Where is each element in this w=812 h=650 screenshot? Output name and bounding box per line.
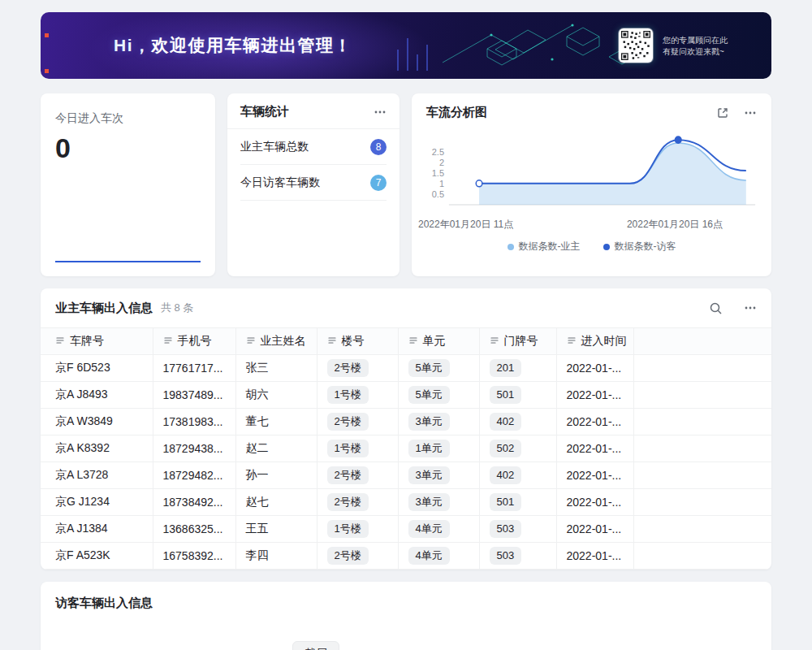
cell-phone: 17381983... bbox=[153, 409, 235, 436]
visitor-table-card: 访客车辆出入信息 截屏 bbox=[41, 582, 771, 650]
cell-phone: 13686325... bbox=[153, 516, 235, 543]
cell-name: 赵二 bbox=[235, 436, 317, 462]
table-row[interactable]: 京A W384917381983...董七2号楼3单元4022022-01-..… bbox=[41, 409, 771, 436]
cell-building: 1号楼 bbox=[317, 516, 398, 543]
cell-plate: 京G J1234 bbox=[41, 489, 153, 516]
cell-time: 2022-01-... bbox=[556, 382, 633, 409]
cell-plate: 京A J8493 bbox=[41, 382, 153, 409]
traffic-chart-plot: 0.511.522.5 bbox=[426, 125, 757, 216]
column-header-label: 车牌号 bbox=[70, 334, 104, 347]
data-point-marker bbox=[675, 136, 681, 143]
legend-label: 数据条数-访客 bbox=[615, 240, 676, 254]
table-row[interactable]: 京A K839218729438...赵二1号楼1单元5022022-01-..… bbox=[41, 436, 771, 462]
cell-building: 1号楼 bbox=[317, 436, 398, 462]
qr-code-pattern bbox=[621, 31, 650, 60]
cell-tag: 402 bbox=[490, 466, 522, 484]
top-cards-row: 今日进入车次 0 车辆统计 业主车辆总数8今日访客车辆数7 车流分析图 bbox=[41, 93, 771, 276]
column-header[interactable]: 进入时间 bbox=[556, 328, 633, 355]
cell-unit: 3单元 bbox=[398, 409, 479, 436]
cell-tag: 2号楼 bbox=[327, 413, 369, 431]
y-tick-label: 2 bbox=[439, 158, 444, 167]
partial-button[interactable]: 截屏 bbox=[292, 641, 339, 650]
vehicle-stat-item[interactable]: 今日访客车辆数7 bbox=[240, 165, 387, 201]
x-tick-label: 2022年01月20日 16点 bbox=[627, 218, 723, 232]
cell-tag: 3单元 bbox=[408, 493, 450, 511]
cell-name: 张三 bbox=[235, 355, 317, 382]
table-row[interactable]: 京A J138413686325...王五1号楼4单元5032022-01-..… bbox=[41, 516, 771, 543]
cell-plate: 京A K8392 bbox=[41, 436, 153, 462]
cell-time: 2022-01-... bbox=[556, 436, 633, 462]
legend-dot bbox=[508, 244, 514, 250]
search-icon[interactable] bbox=[709, 301, 723, 315]
y-tick-label: 0.5 bbox=[432, 189, 444, 199]
export-icon[interactable] bbox=[716, 106, 729, 119]
legend-item[interactable]: 数据条数-业主 bbox=[508, 240, 581, 254]
cell-name: 董七 bbox=[235, 409, 317, 436]
cell-door: 402 bbox=[479, 462, 556, 489]
field-type-icon bbox=[246, 335, 256, 348]
qr-caption-line1: 您的专属顾问在此 bbox=[663, 35, 728, 46]
table-row[interactable]: 京A L372818729482...孙一2号楼3单元4022022-01-..… bbox=[41, 462, 771, 489]
vehicle-stats-header: 车辆统计 bbox=[227, 93, 400, 129]
cell-tag: 503 bbox=[490, 547, 522, 565]
cell-empty bbox=[633, 489, 771, 516]
cell-phone: 18729438... bbox=[153, 436, 235, 462]
cell-tag: 502 bbox=[490, 440, 522, 457]
banner-red-dot bbox=[45, 69, 49, 73]
cell-tag: 5单元 bbox=[408, 359, 450, 377]
qr-caption-line2: 有疑问欢迎来戳~ bbox=[663, 46, 728, 58]
cell-name: 李四 bbox=[235, 543, 317, 570]
cell-tag: 4单元 bbox=[408, 520, 450, 538]
column-header[interactable]: 业主姓名 bbox=[235, 328, 317, 355]
vehicle-stat-label: 今日访客车辆数 bbox=[240, 176, 320, 190]
more-icon[interactable] bbox=[744, 301, 757, 314]
column-header-empty bbox=[633, 328, 771, 355]
column-header[interactable]: 手机号 bbox=[153, 328, 235, 355]
cell-tag: 501 bbox=[490, 493, 522, 511]
cell-tag: 1号楼 bbox=[327, 386, 369, 404]
today-trend-line bbox=[55, 261, 201, 262]
cell-phone: 19837489... bbox=[153, 382, 235, 409]
column-header[interactable]: 单元 bbox=[398, 328, 479, 355]
cell-empty bbox=[633, 382, 771, 409]
table-row[interactable]: 京F A523K16758392...李四2号楼4单元5032022-01-..… bbox=[41, 543, 771, 570]
table-row[interactable]: 京F 6D52317761717...张三2号楼5单元2012022-01-..… bbox=[41, 355, 771, 382]
table-row[interactable]: 京G J123418738492...赵七2号楼3单元5012022-01-..… bbox=[41, 489, 771, 516]
field-type-icon bbox=[55, 335, 65, 348]
more-icon[interactable] bbox=[374, 106, 387, 119]
vehicle-stats-list: 业主车辆总数8今日访客车辆数7 bbox=[227, 129, 400, 201]
legend-item[interactable]: 数据条数-访客 bbox=[603, 240, 676, 254]
column-header-label: 单元 bbox=[423, 334, 446, 347]
cell-unit: 3单元 bbox=[398, 489, 479, 516]
cell-name: 王五 bbox=[235, 516, 317, 543]
table-row[interactable]: 京A J849319837489...胡六1号楼5单元5012022-01-..… bbox=[41, 382, 771, 409]
field-type-icon bbox=[490, 335, 499, 348]
column-header[interactable]: 楼号 bbox=[317, 328, 398, 355]
qr-caption: 您的专属顾问在此 有疑问欢迎来戳~ bbox=[663, 35, 728, 58]
cell-door: 501 bbox=[479, 489, 556, 516]
cell-empty bbox=[633, 436, 771, 462]
vehicle-stat-item[interactable]: 业主车辆总数8 bbox=[240, 129, 387, 165]
cell-tag: 501 bbox=[490, 386, 522, 404]
field-type-icon bbox=[163, 335, 173, 348]
cell-time: 2022-01-... bbox=[556, 516, 633, 543]
column-header-label: 手机号 bbox=[178, 334, 212, 347]
owner-table-actions bbox=[709, 301, 757, 315]
field-type-icon bbox=[408, 335, 418, 348]
cell-door: 503 bbox=[479, 543, 556, 570]
more-icon[interactable] bbox=[744, 106, 757, 119]
y-tick-label: 1 bbox=[439, 179, 444, 188]
owner-table-header-row: 车牌号手机号业主姓名楼号单元门牌号进入时间 bbox=[41, 328, 771, 355]
cell-name: 胡六 bbox=[235, 382, 317, 409]
column-header[interactable]: 门牌号 bbox=[479, 328, 556, 355]
cell-door: 502 bbox=[479, 436, 556, 462]
x-axis-labels: 2022年01月20日 11点2022年01月20日 16点 bbox=[418, 218, 771, 232]
cell-phone: 16758392... bbox=[153, 543, 235, 570]
banner-red-dot bbox=[45, 33, 49, 37]
column-header[interactable]: 车牌号 bbox=[41, 328, 153, 355]
owner-table-title: 业主车辆出入信息 bbox=[55, 301, 153, 316]
today-entries-card: 今日进入车次 0 bbox=[41, 93, 215, 276]
count-badge: 8 bbox=[370, 139, 387, 155]
cell-empty bbox=[633, 409, 771, 436]
traffic-chart-header: 车流分析图 bbox=[412, 93, 771, 122]
